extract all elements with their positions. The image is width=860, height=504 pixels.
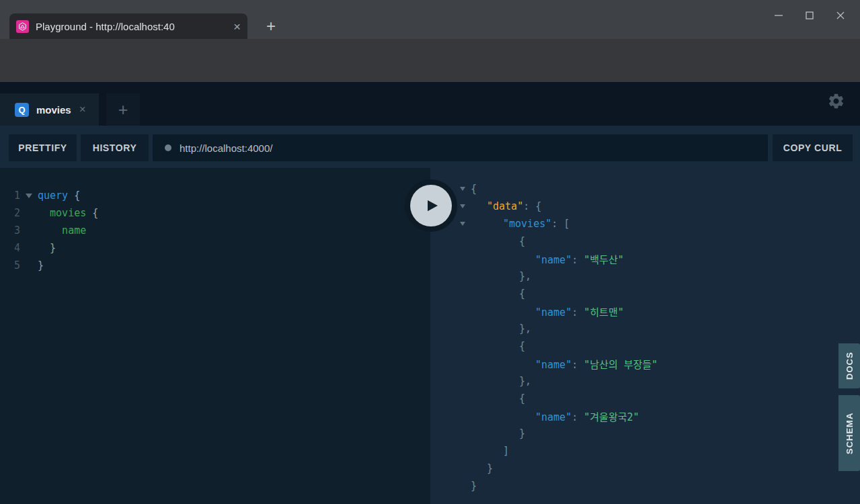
response-code: "name": "백두산" [471,252,624,266]
playground-tab-close-icon[interactable]: × [79,103,86,116]
response-code: { [471,392,525,405]
response-code: }, [471,375,531,387]
query-code: } [38,259,44,271]
response-code: } [471,427,525,439]
query-line: 3 name [0,222,430,239]
fold-arrow-icon[interactable] [460,187,465,191]
response-code: "movies": [ [471,218,570,230]
response-line: { [430,337,860,355]
line-number: 4 [0,242,20,254]
response-line: "name": "히트맨" [430,302,860,320]
fold-arrow-icon[interactable] [460,222,465,226]
schema-side-tab[interactable]: SCHEMA [838,395,860,471]
endpoint-input[interactable]: http://localhost:4000/ [153,134,768,161]
response-line: { [430,285,860,302]
fold-arrow-icon[interactable] [460,204,465,208]
response-code: { [471,235,525,247]
response-viewer: {"data": {"movies": [{"name": "백두산"},{"n… [430,168,860,504]
editors-area: 1query {2 movies {3 name4 }5} {"data": {… [0,168,860,504]
response-code: "name": "겨울왕국2" [471,409,639,423]
endpoint-status-dot [165,144,171,151]
play-icon [410,185,452,226]
response-code: }, [471,270,531,282]
browser-toolbar: localhost:4000 시크릿 모드 [0,39,860,82]
response-line: "name": "백두산" [430,250,860,267]
playground-tab-title: movies [36,104,71,116]
response-code: { [471,183,477,195]
response-line: { [430,180,860,198]
query-code: movies { [38,207,98,219]
docs-side-tab[interactable]: DOCS [838,343,860,388]
minimize-button[interactable] [763,3,794,28]
browser-tab[interactable]: Playground - http://localhost:40 × [9,13,247,39]
response-line: } [430,477,860,495]
query-line: 2 movies { [0,204,430,222]
line-number: 1 [0,190,20,202]
response-code: ] [471,445,509,457]
playground-toolbar: PRETTIFY HISTORY http://localhost:4000/ … [0,126,860,168]
execute-query-button[interactable] [405,179,457,232]
browser-tab-close-icon[interactable]: × [233,20,241,33]
query-line: 4 } [0,239,430,257]
query-line: 5} [0,257,430,274]
response-line: }, [430,372,860,390]
query-code: } [38,242,56,254]
response-code: } [471,462,493,474]
response-line: "name": "겨울왕국2" [430,407,860,425]
prettify-button[interactable]: PRETTIFY [9,134,77,161]
playground-tab-movies[interactable]: Q movies × [0,93,99,126]
response-line: { [430,390,860,407]
maximize-button[interactable] [794,3,825,28]
playground-favicon-icon [16,20,29,33]
response-line: "movies": [ [430,215,860,233]
query-code: query { [38,190,80,202]
response-line: "name": "남산의 부장들" [430,355,860,372]
response-code: { [471,288,525,300]
response-code: "name": "남산의 부장들" [471,357,658,371]
response-line: } [430,460,860,477]
response-line: } [430,425,860,442]
fold-arrow-icon[interactable] [26,194,32,198]
query-line: 1query { [0,187,430,204]
settings-gear-icon[interactable] [826,91,846,111]
query-editor[interactable]: 1query {2 movies {3 name4 }5} [0,168,430,504]
browser-new-tab-button[interactable]: + [261,16,281,36]
response-code: "name": "히트맨" [471,304,624,319]
line-number: 3 [0,224,20,237]
browser-frame: Playground - http://localhost:40 × + [0,0,860,39]
line-number: 5 [0,259,20,271]
playground-new-tab-button[interactable]: + [106,93,140,126]
response-line: ] [430,442,860,460]
response-line: "data": { [430,198,860,215]
query-badge: Q [15,103,29,117]
copy-curl-button[interactable]: COPY CURL [773,134,853,161]
response-line: { [430,233,860,250]
response-line: }, [430,267,860,285]
close-button[interactable] [825,3,856,28]
response-code: "data": { [471,200,541,212]
endpoint-url: http://localhost:4000/ [180,142,272,154]
history-button[interactable]: HISTORY [81,134,149,161]
line-number: 2 [0,207,20,219]
query-code: name [38,224,86,237]
graphql-playground: Q movies × + PRETTIFY HISTORY http://loc… [0,82,860,504]
response-line: }, [430,320,860,337]
browser-tab-title: Playground - http://localhost:40 [36,21,229,32]
response-code: } [471,480,477,492]
window-controls [763,3,856,28]
browser-window: Playground - http://localhost:40 × + [0,0,860,504]
response-code: }, [471,323,531,335]
response-code: { [471,340,525,352]
